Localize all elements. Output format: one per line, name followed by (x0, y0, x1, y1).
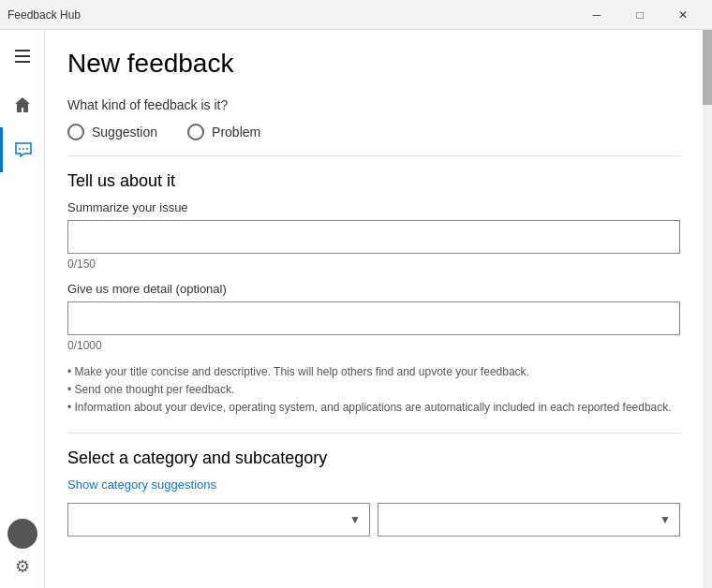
subcategory-dropdown[interactable] (378, 503, 680, 537)
radio-option-problem[interactable]: Problem (187, 124, 260, 140)
feedback-type-section: What kind of feedback is it? Suggestion … (67, 97, 680, 140)
title-bar: Feedback Hub ─ □ ✕ (0, 0, 712, 30)
app-title: Feedback Hub (7, 8, 81, 22)
feedback-type-radio-group: Suggestion Problem (67, 124, 680, 140)
radio-circle-suggestion (67, 124, 84, 140)
detail-char-count: 0/1000 (67, 339, 680, 352)
category-dropdowns: ▼ ▼ (67, 503, 680, 537)
divider-1 (67, 155, 680, 156)
category-dropdown[interactable] (67, 503, 370, 537)
summary-char-count: 0/150 (67, 257, 680, 271)
category-dropdown-wrapper: ▼ (67, 503, 370, 537)
hamburger-icon (15, 50, 30, 63)
radio-circle-problem (187, 124, 204, 140)
avatar[interactable] (7, 519, 37, 549)
minimize-button[interactable]: ─ (575, 0, 618, 30)
hint-3: • Information about your device, operati… (67, 399, 680, 417)
svg-point-0 (19, 148, 21, 150)
hints-list: • Make your title concise and descriptiv… (67, 363, 680, 418)
main-content: New feedback What kind of feedback is it… (45, 30, 703, 588)
app-body: ⚙ New feedback What kind of feedback is … (0, 30, 712, 588)
hamburger-button[interactable] (0, 37, 45, 75)
scrollbar-thumb[interactable] (703, 30, 712, 105)
tell-us-title: Tell us about it (67, 171, 680, 191)
hint-2: • Send one thought per feedback. (67, 381, 680, 399)
detail-label: Give us more detail (optional) (67, 282, 680, 296)
scrollbar[interactable] (703, 30, 712, 588)
summary-input[interactable] (67, 220, 680, 254)
category-section: Select a category and subcategory Show c… (67, 448, 680, 537)
window-controls: ─ □ ✕ (575, 0, 705, 30)
sidebar-item-feedback[interactable] (0, 127, 45, 172)
svg-point-1 (22, 148, 24, 150)
svg-point-2 (26, 148, 28, 150)
radio-option-suggestion[interactable]: Suggestion (67, 124, 157, 140)
hint-1: • Make your title concise and descriptiv… (67, 363, 680, 381)
sidebar-bottom: ⚙ (7, 519, 37, 588)
radio-label-problem: Problem (212, 125, 260, 140)
show-category-suggestions-link[interactable]: Show category suggestions (67, 478, 216, 492)
sidebar: ⚙ (0, 30, 45, 588)
category-title: Select a category and subcategory (67, 448, 680, 468)
sidebar-item-home[interactable] (0, 82, 45, 127)
feedback-icon (14, 140, 33, 159)
feedback-type-label: What kind of feedback is it? (67, 97, 680, 112)
detail-input[interactable] (67, 301, 680, 335)
radio-label-suggestion: Suggestion (92, 125, 157, 140)
page-title: New feedback (67, 49, 680, 79)
summary-label: Summarize your issue (67, 200, 680, 214)
tell-us-section: Tell us about it Summarize your issue 0/… (67, 171, 680, 418)
subcategory-dropdown-wrapper: ▼ (378, 503, 680, 537)
home-icon (13, 96, 32, 114)
maximize-button[interactable]: □ (618, 0, 661, 30)
divider-2 (67, 433, 680, 434)
close-button[interactable]: ✕ (661, 0, 705, 30)
settings-icon[interactable]: ⚙ (15, 556, 30, 577)
